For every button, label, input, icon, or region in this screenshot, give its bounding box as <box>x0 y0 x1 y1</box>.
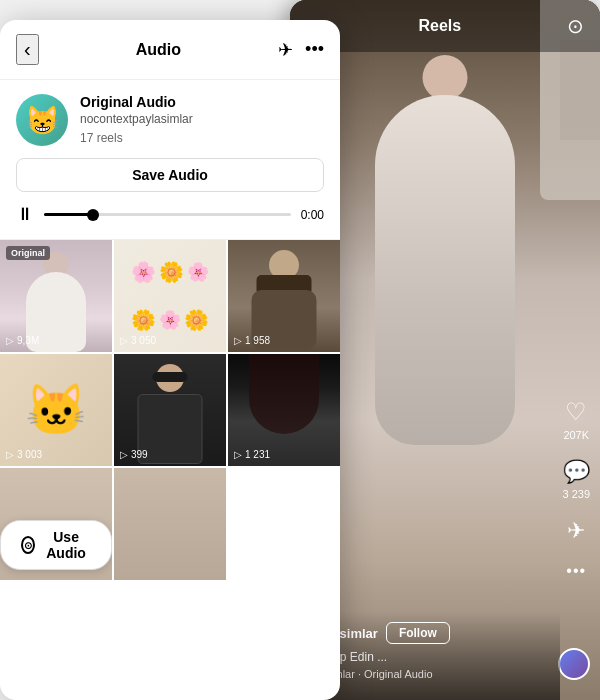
reels-grid: Original ▷ 9,3M 🌸 🌼 🌸 🌼 🌸 🌼 ▷ 3 050 <box>0 240 340 580</box>
audio-header: ‹ Audio ✈ ••• <box>0 20 340 80</box>
send-icon: ✈ <box>567 518 585 544</box>
grid-views: ▷ 9,3M <box>6 335 39 346</box>
grid-item[interactable]: ▷ 1 231 <box>228 354 340 466</box>
audio-player: ⏸ 0:00 <box>16 204 324 225</box>
grid-views: ▷ 399 <box>120 449 148 460</box>
progress-bar[interactable] <box>44 213 291 216</box>
progress-handle[interactable] <box>87 209 99 221</box>
like-action[interactable]: ♡ 207K <box>563 398 589 441</box>
share-action[interactable]: ✈ <box>567 518 585 544</box>
more-dots-icon: ••• <box>566 562 586 580</box>
reels-count: 17 reels <box>80 131 123 145</box>
view-count: 1 958 <box>245 335 270 346</box>
grid-item[interactable] <box>114 468 226 580</box>
use-audio-button[interactable]: ⊙ Use Audio <box>0 520 112 570</box>
audio-name: Original Audio <box>80 94 193 110</box>
grid-views: ▷ 1 231 <box>234 449 270 460</box>
comment-action[interactable]: 💬 3 239 <box>562 459 590 500</box>
heart-icon: ♡ <box>565 398 587 426</box>
audio-profile: 😸 Original Audio nocontextpaylasimlar 17… <box>16 94 324 146</box>
audio-username: nocontextpaylasimlar <box>80 112 193 126</box>
back-button[interactable]: ‹ <box>16 34 39 65</box>
view-count: 399 <box>131 449 148 460</box>
pause-button[interactable]: ⏸ <box>16 204 34 225</box>
audio-panel-title: Audio <box>136 41 181 59</box>
grid-item-use-audio[interactable]: ⊙ Use Audio <box>0 468 112 580</box>
more-icon[interactable]: ••• <box>305 39 324 60</box>
grid-views: ▷ 1 958 <box>234 335 270 346</box>
time-display: 0:00 <box>301 208 324 222</box>
camera-icon[interactable]: ⊙ <box>567 14 584 38</box>
music-avatar <box>558 648 590 680</box>
audio-info: 😸 Original Audio nocontextpaylasimlar 17… <box>0 80 340 240</box>
grid-item[interactable]: ▷ 1 958 <box>228 240 340 352</box>
view-count: 9,3M <box>17 335 39 346</box>
person-figure-body <box>375 95 515 445</box>
audio-avatar: 😸 <box>16 94 68 146</box>
play-icon: ▷ <box>234 449 242 460</box>
view-count: 1 231 <box>245 449 270 460</box>
like-count: 207K <box>563 429 589 441</box>
person-figure-head <box>423 55 468 100</box>
more-action[interactable]: ••• <box>566 562 586 580</box>
grid-item[interactable]: ▷ 399 <box>114 354 226 466</box>
side-actions: ♡ 207K 💬 3 239 ✈ ••• <box>562 398 590 580</box>
view-count: 3 003 <box>17 449 42 460</box>
comment-icon: 💬 <box>563 459 590 485</box>
play-icon: ▷ <box>120 335 128 346</box>
header-icons: ✈ ••• <box>278 39 324 61</box>
follow-button[interactable]: Follow <box>386 622 450 644</box>
play-icon: ▷ <box>6 449 14 460</box>
grid-label: Original <box>6 246 50 260</box>
audio-meta: Original Audio nocontextpaylasimlar 17 r… <box>80 94 193 146</box>
save-audio-button[interactable]: Save Audio <box>16 158 324 192</box>
grid-views: ▷ 3 003 <box>6 449 42 460</box>
play-icon: ▷ <box>120 449 128 460</box>
grid-views: ▷ 3 050 <box>120 335 156 346</box>
grid-item[interactable]: 🌸 🌼 🌸 🌼 🌸 🌼 ▷ 3 050 <box>114 240 226 352</box>
view-count: 3 050 <box>131 335 156 346</box>
audio-panel: ‹ Audio ✈ ••• 😸 Original Audio nocontext… <box>0 20 340 700</box>
use-audio-label: Use Audio <box>41 529 91 561</box>
grid-item[interactable]: 🐱 ▷ 3 003 <box>0 354 112 466</box>
play-icon: ▷ <box>6 335 14 346</box>
avatar-emoji: 😸 <box>25 104 60 137</box>
comment-count: 3 239 <box>562 488 590 500</box>
progress-fill <box>44 213 93 216</box>
send-icon[interactable]: ✈ <box>278 39 293 61</box>
camera-circle-icon: ⊙ <box>21 536 35 554</box>
play-icon: ▷ <box>234 335 242 346</box>
reels-title: Reels <box>418 17 461 35</box>
grid-item[interactable]: Original ▷ 9,3M <box>0 240 112 352</box>
